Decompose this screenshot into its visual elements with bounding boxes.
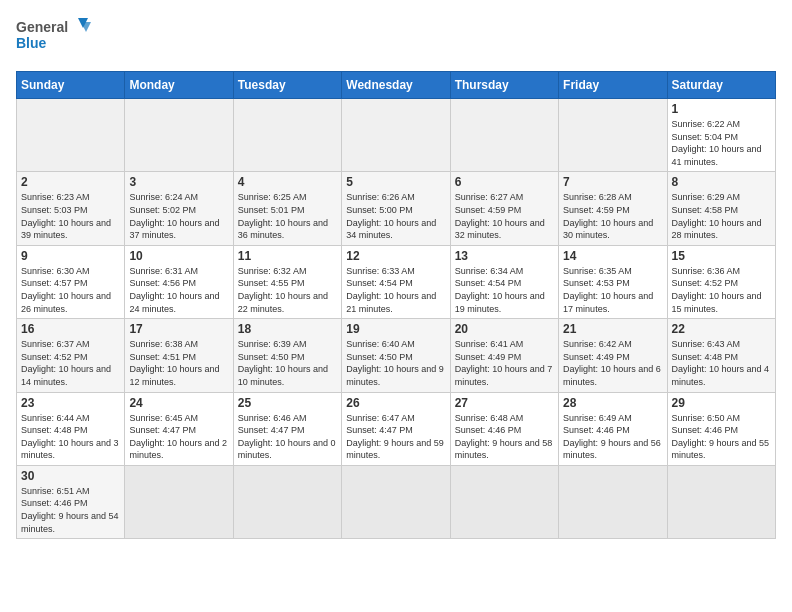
day-number: 6 xyxy=(455,175,554,189)
day-number: 24 xyxy=(129,396,228,410)
day-info: Sunrise: 6:28 AMSunset: 4:59 PMDaylight:… xyxy=(563,191,662,241)
day-number: 9 xyxy=(21,249,120,263)
calendar-cell: 9Sunrise: 6:30 AMSunset: 4:57 PMDaylight… xyxy=(17,245,125,318)
calendar-cell: 4Sunrise: 6:25 AMSunset: 5:01 PMDaylight… xyxy=(233,172,341,245)
day-info: Sunrise: 6:33 AMSunset: 4:54 PMDaylight:… xyxy=(346,265,445,315)
day-number: 10 xyxy=(129,249,228,263)
day-info: Sunrise: 6:24 AMSunset: 5:02 PMDaylight:… xyxy=(129,191,228,241)
day-info: Sunrise: 6:44 AMSunset: 4:48 PMDaylight:… xyxy=(21,412,120,462)
day-number: 14 xyxy=(563,249,662,263)
day-number: 8 xyxy=(672,175,771,189)
day-number: 16 xyxy=(21,322,120,336)
calendar-cell xyxy=(559,465,667,538)
day-number: 7 xyxy=(563,175,662,189)
day-number: 2 xyxy=(21,175,120,189)
calendar-cell: 10Sunrise: 6:31 AMSunset: 4:56 PMDayligh… xyxy=(125,245,233,318)
day-number: 3 xyxy=(129,175,228,189)
calendar-cell xyxy=(450,465,558,538)
calendar-cell xyxy=(233,99,341,172)
day-info: Sunrise: 6:31 AMSunset: 4:56 PMDaylight:… xyxy=(129,265,228,315)
calendar-cell: 14Sunrise: 6:35 AMSunset: 4:53 PMDayligh… xyxy=(559,245,667,318)
calendar-cell: 11Sunrise: 6:32 AMSunset: 4:55 PMDayligh… xyxy=(233,245,341,318)
day-number: 25 xyxy=(238,396,337,410)
calendar-cell: 28Sunrise: 6:49 AMSunset: 4:46 PMDayligh… xyxy=(559,392,667,465)
weekday-header-tuesday: Tuesday xyxy=(233,72,341,99)
day-info: Sunrise: 6:22 AMSunset: 5:04 PMDaylight:… xyxy=(672,118,771,168)
calendar-cell: 23Sunrise: 6:44 AMSunset: 4:48 PMDayligh… xyxy=(17,392,125,465)
day-number: 23 xyxy=(21,396,120,410)
day-number: 18 xyxy=(238,322,337,336)
day-number: 22 xyxy=(672,322,771,336)
day-number: 29 xyxy=(672,396,771,410)
day-info: Sunrise: 6:48 AMSunset: 4:46 PMDaylight:… xyxy=(455,412,554,462)
calendar-cell xyxy=(667,465,775,538)
day-info: Sunrise: 6:36 AMSunset: 4:52 PMDaylight:… xyxy=(672,265,771,315)
day-info: Sunrise: 6:39 AMSunset: 4:50 PMDaylight:… xyxy=(238,338,337,388)
calendar-cell: 5Sunrise: 6:26 AMSunset: 5:00 PMDaylight… xyxy=(342,172,450,245)
day-info: Sunrise: 6:37 AMSunset: 4:52 PMDaylight:… xyxy=(21,338,120,388)
weekday-header-thursday: Thursday xyxy=(450,72,558,99)
day-info: Sunrise: 6:41 AMSunset: 4:49 PMDaylight:… xyxy=(455,338,554,388)
day-number: 28 xyxy=(563,396,662,410)
svg-text:General: General xyxy=(16,19,68,35)
day-number: 30 xyxy=(21,469,120,483)
day-info: Sunrise: 6:46 AMSunset: 4:47 PMDaylight:… xyxy=(238,412,337,462)
day-info: Sunrise: 6:35 AMSunset: 4:53 PMDaylight:… xyxy=(563,265,662,315)
calendar-cell xyxy=(125,99,233,172)
day-info: Sunrise: 6:47 AMSunset: 4:47 PMDaylight:… xyxy=(346,412,445,462)
weekday-header-row: SundayMondayTuesdayWednesdayThursdayFrid… xyxy=(17,72,776,99)
day-number: 11 xyxy=(238,249,337,263)
calendar-cell xyxy=(125,465,233,538)
calendar-cell: 18Sunrise: 6:39 AMSunset: 4:50 PMDayligh… xyxy=(233,319,341,392)
calendar-cell: 16Sunrise: 6:37 AMSunset: 4:52 PMDayligh… xyxy=(17,319,125,392)
calendar-cell: 30Sunrise: 6:51 AMSunset: 4:46 PMDayligh… xyxy=(17,465,125,538)
calendar-cell: 19Sunrise: 6:40 AMSunset: 4:50 PMDayligh… xyxy=(342,319,450,392)
calendar-cell: 24Sunrise: 6:45 AMSunset: 4:47 PMDayligh… xyxy=(125,392,233,465)
calendar-table: SundayMondayTuesdayWednesdayThursdayFrid… xyxy=(16,71,776,539)
day-info: Sunrise: 6:38 AMSunset: 4:51 PMDaylight:… xyxy=(129,338,228,388)
calendar-cell: 29Sunrise: 6:50 AMSunset: 4:46 PMDayligh… xyxy=(667,392,775,465)
week-row-2: 9Sunrise: 6:30 AMSunset: 4:57 PMDaylight… xyxy=(17,245,776,318)
day-number: 21 xyxy=(563,322,662,336)
day-info: Sunrise: 6:34 AMSunset: 4:54 PMDaylight:… xyxy=(455,265,554,315)
day-number: 17 xyxy=(129,322,228,336)
calendar-cell: 20Sunrise: 6:41 AMSunset: 4:49 PMDayligh… xyxy=(450,319,558,392)
logo: General Blue xyxy=(16,16,96,61)
day-number: 4 xyxy=(238,175,337,189)
svg-text:Blue: Blue xyxy=(16,35,47,51)
calendar-cell: 17Sunrise: 6:38 AMSunset: 4:51 PMDayligh… xyxy=(125,319,233,392)
day-info: Sunrise: 6:29 AMSunset: 4:58 PMDaylight:… xyxy=(672,191,771,241)
day-info: Sunrise: 6:23 AMSunset: 5:03 PMDaylight:… xyxy=(21,191,120,241)
day-number: 26 xyxy=(346,396,445,410)
day-info: Sunrise: 6:50 AMSunset: 4:46 PMDaylight:… xyxy=(672,412,771,462)
calendar-cell xyxy=(342,99,450,172)
day-number: 15 xyxy=(672,249,771,263)
day-info: Sunrise: 6:40 AMSunset: 4:50 PMDaylight:… xyxy=(346,338,445,388)
weekday-header-friday: Friday xyxy=(559,72,667,99)
calendar-cell: 27Sunrise: 6:48 AMSunset: 4:46 PMDayligh… xyxy=(450,392,558,465)
day-info: Sunrise: 6:32 AMSunset: 4:55 PMDaylight:… xyxy=(238,265,337,315)
calendar-cell: 3Sunrise: 6:24 AMSunset: 5:02 PMDaylight… xyxy=(125,172,233,245)
day-info: Sunrise: 6:43 AMSunset: 4:48 PMDaylight:… xyxy=(672,338,771,388)
week-row-1: 2Sunrise: 6:23 AMSunset: 5:03 PMDaylight… xyxy=(17,172,776,245)
day-number: 19 xyxy=(346,322,445,336)
calendar-cell: 22Sunrise: 6:43 AMSunset: 4:48 PMDayligh… xyxy=(667,319,775,392)
day-info: Sunrise: 6:30 AMSunset: 4:57 PMDaylight:… xyxy=(21,265,120,315)
day-number: 27 xyxy=(455,396,554,410)
day-info: Sunrise: 6:45 AMSunset: 4:47 PMDaylight:… xyxy=(129,412,228,462)
calendar-cell xyxy=(342,465,450,538)
day-number: 12 xyxy=(346,249,445,263)
calendar-cell: 12Sunrise: 6:33 AMSunset: 4:54 PMDayligh… xyxy=(342,245,450,318)
calendar-cell: 7Sunrise: 6:28 AMSunset: 4:59 PMDaylight… xyxy=(559,172,667,245)
week-row-5: 30Sunrise: 6:51 AMSunset: 4:46 PMDayligh… xyxy=(17,465,776,538)
calendar-cell xyxy=(17,99,125,172)
page-header: General Blue xyxy=(16,16,776,61)
calendar-cell xyxy=(233,465,341,538)
weekday-header-sunday: Sunday xyxy=(17,72,125,99)
day-number: 1 xyxy=(672,102,771,116)
week-row-4: 23Sunrise: 6:44 AMSunset: 4:48 PMDayligh… xyxy=(17,392,776,465)
weekday-header-wednesday: Wednesday xyxy=(342,72,450,99)
weekday-header-monday: Monday xyxy=(125,72,233,99)
day-info: Sunrise: 6:25 AMSunset: 5:01 PMDaylight:… xyxy=(238,191,337,241)
week-row-0: 1Sunrise: 6:22 AMSunset: 5:04 PMDaylight… xyxy=(17,99,776,172)
